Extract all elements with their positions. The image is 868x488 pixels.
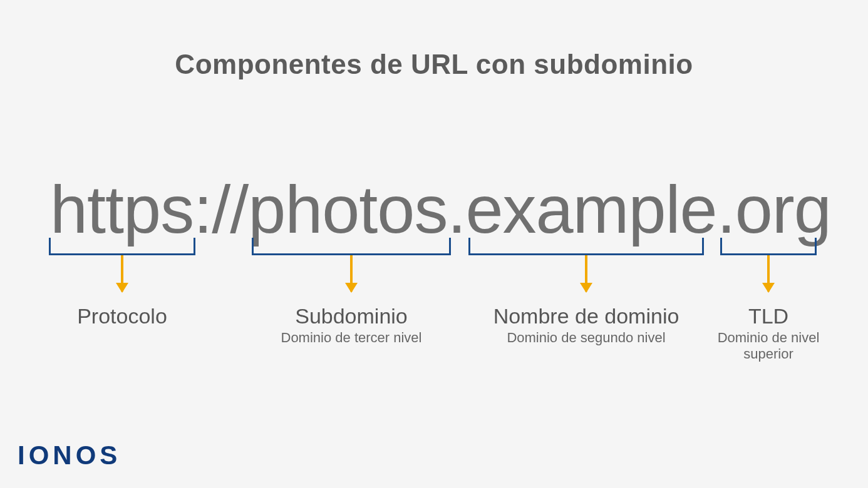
- bracket-protocol: [49, 238, 195, 255]
- url-subdomain: photos: [248, 171, 447, 247]
- arrow-tld: [767, 255, 770, 292]
- url-domain: example: [465, 171, 716, 247]
- label-subdomain: Subdominio Dominio de tercer nivel: [252, 304, 451, 346]
- arrow-domain: [585, 255, 587, 292]
- url-protocol: https://: [50, 171, 248, 247]
- diagram-title: Componentes de URL con subdominio: [0, 49, 868, 80]
- url-dot1: .: [447, 171, 465, 247]
- url-dot2: .: [717, 171, 735, 247]
- label-subdomain-main: Subdominio: [252, 304, 451, 328]
- label-tld: TLD Dominio de nivel superior: [708, 304, 829, 362]
- label-tld-main: TLD: [708, 304, 829, 328]
- label-domain: Nombre de dominio Dominio de segundo niv…: [468, 304, 704, 346]
- arrow-subdomain: [350, 255, 353, 292]
- bracket-tld: [720, 238, 817, 255]
- ionos-logo: IONOS: [18, 440, 121, 470]
- label-subdomain-sub: Dominio de tercer nivel: [252, 330, 451, 346]
- label-domain-main: Nombre de dominio: [468, 304, 704, 328]
- label-protocol: Protocolo: [49, 304, 195, 328]
- bracket-subdomain: [252, 238, 451, 255]
- label-domain-sub: Dominio de segundo nivel: [468, 330, 704, 346]
- url-tld: org: [735, 171, 831, 247]
- label-tld-sub: Dominio de nivel superior: [708, 330, 829, 362]
- url-example: https://photos.example.org: [50, 170, 831, 248]
- label-protocol-main: Protocolo: [49, 304, 195, 328]
- bracket-domain: [468, 238, 704, 255]
- arrow-protocol: [121, 255, 123, 292]
